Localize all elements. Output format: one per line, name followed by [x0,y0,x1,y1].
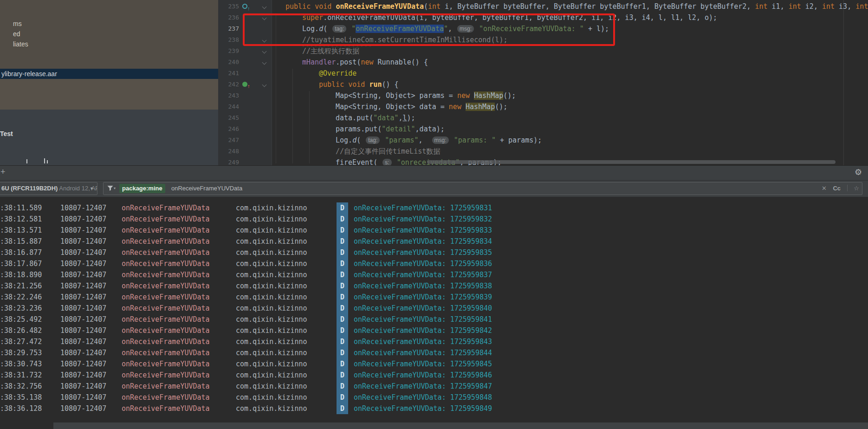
log-pid: 10807-12407 [60,370,122,381]
tree-item[interactable]: ed [13,29,20,39]
log-pkg: com.qixin.kizinno [236,225,337,236]
code-line[interactable]: 246params.put("detail",data); [218,124,868,135]
clear-filter-icon[interactable]: ✕ [822,182,827,195]
log-row[interactable]: :38:21.25610807-12407onReceiveFrameYUVDa… [0,280,868,292]
filter-package-chip[interactable]: package:mine [119,184,165,193]
code-line[interactable]: 241@Override [218,68,868,79]
filter-icon [107,185,113,191]
log-row[interactable]: :38:29.75310807-12407onReceiveFrameYUVDa… [0,347,868,358]
log-pid: 10807-12407 [60,247,122,258]
log-row[interactable]: :38:22.24610807-12407onReceiveFrameYUVDa… [0,292,868,303]
log-pid: 10807-12407 [60,214,122,225]
code-line[interactable]: 247Log.d( tag: "params", msg: "params: "… [218,135,868,146]
logcat-bottom-scrollbar-thumb[interactable] [53,422,868,429]
log-row[interactable]: :38:36.12810807-12407onReceiveFrameYUVDa… [0,403,868,414]
line-number[interactable]: 247 [218,135,239,146]
code-text: public void onReceiveFrameYUVData(int i,… [285,1,868,12]
scroll-tick [26,159,27,163]
code-line[interactable]: 242public void run() { [218,79,868,90]
log-time: :38:35.138 [0,392,60,403]
log-row[interactable]: :38:27.47210807-12407onReceiveFrameYUVDa… [0,336,868,347]
line-number[interactable]: 244 [218,101,239,112]
log-time: :38:17.867 [0,258,60,269]
log-time: :38:32.756 [0,381,60,392]
log-gap [348,247,354,258]
log-msg: onReceiveFrameYUVData: 1725959838 [354,280,868,292]
line-number[interactable]: 237 [218,23,239,34]
code-line[interactable]: 243Map<String, Object> params = new Hash… [218,90,868,101]
line-number[interactable]: 235 [218,1,239,12]
line-number[interactable]: 236 [218,12,239,23]
log-row[interactable]: :38:11.58910807-12407onReceiveFrameYUVDa… [0,202,868,214]
log-row[interactable]: :38:18.89010807-12407onReceiveFrameYUVDa… [0,269,868,280]
log-row[interactable]: :38:32.75610807-12407onReceiveFrameYUVDa… [0,381,868,392]
log-row[interactable]: :38:16.87710807-12407onReceiveFrameYUVDa… [0,247,868,258]
fold-marker-icon[interactable] [262,5,267,9]
fold-marker-icon[interactable] [262,49,267,54]
tree-item-selected[interactable]: ylibrary-release.aar [0,69,218,79]
log-msg: onReceiveFrameYUVData: 1725959841 [354,314,868,325]
log-time: :38:25.492 [0,314,60,325]
code-line[interactable]: 245data.put("data",l); [218,112,868,124]
log-level: D [337,214,348,225]
horizontal-scrollbar[interactable] [427,160,836,164]
overriding-method-icon[interactable] [242,4,247,9]
code-text: //自定义事件回传timeList数据 [336,146,440,157]
line-number[interactable]: 241 [218,68,239,79]
log-row[interactable]: :38:31.73210807-12407onReceiveFrameYUVDa… [0,370,868,381]
match-case-toggle[interactable]: Cc [833,182,841,195]
log-row[interactable]: :38:12.58110807-12407onReceiveFrameYUVDa… [0,214,868,225]
log-pkg: com.qixin.kizinno [236,303,337,314]
tree-item[interactable]: liates [13,39,28,49]
tree-item[interactable]: ms [13,19,22,29]
log-msg: onReceiveFrameYUVData: 1725959846 [354,370,868,381]
favorite-filter-icon[interactable]: ☆ [854,182,859,195]
log-time: :38:16.877 [0,247,60,258]
log-level: D [337,325,348,336]
log-row[interactable]: :38:25.49210807-12407onReceiveFrameYUVDa… [0,314,868,325]
log-level: D [337,381,348,392]
device-selector[interactable]: 6U (RFCR119B2DH) Android 12, API 31 ▼ [0,182,97,195]
log-row[interactable]: :38:23.23610807-12407onReceiveFrameYUVDa… [0,303,868,314]
fold-marker-icon[interactable] [262,60,267,65]
log-row[interactable]: :38:15.88710807-12407onReceiveFrameYUVDa… [0,236,868,247]
overriding-method-icon[interactable] [242,82,247,87]
code-line[interactable]: 239//主线程执行数据 [218,46,868,57]
log-time: :38:23.236 [0,303,60,314]
log-time: :38:12.581 [0,214,60,225]
log-msg: onReceiveFrameYUVData: 1725959840 [354,303,868,314]
log-row[interactable]: :38:13.57110807-12407onReceiveFrameYUVDa… [0,225,868,236]
code-line[interactable]: 240mHandler.post(new Runnable() { [218,57,868,68]
new-tab-plus-icon[interactable]: + [0,168,6,176]
gear-icon[interactable]: ⚙ [855,168,862,177]
log-gap [348,202,354,214]
logcat-output-area[interactable]: :38:11.58910807-12407onReceiveFrameYUVDa… [0,197,868,422]
code-line[interactable]: 244Map<String, Object> data = new HashMa… [218,101,868,112]
code-line[interactable]: 235public void onReceiveFrameYUVData(int… [218,1,868,12]
log-pid: 10807-12407 [60,381,122,392]
fold-marker-icon[interactable] [262,83,267,87]
log-time: :38:29.753 [0,347,60,358]
logcat-filter-input[interactable]: ▾ package:mine onReceiveFrameYUVData ✕ C… [103,182,862,195]
annotation-rectangle [243,13,615,46]
log-row[interactable]: :38:35.13810807-12407onReceiveFrameYUVDa… [0,392,868,403]
line-number[interactable]: 248 [218,146,239,157]
log-msg: onReceiveFrameYUVData: 1725959845 [354,358,868,370]
line-number[interactable]: 245 [218,112,239,124]
line-number[interactable]: 239 [218,46,239,57]
line-number[interactable]: 242 [218,79,239,90]
code-line[interactable]: 248//自定义事件回传timeList数据 [218,146,868,157]
log-time: :38:11.589 [0,202,60,214]
line-number[interactable]: 246 [218,124,239,135]
divider [847,185,848,191]
line-number[interactable]: 238 [218,34,239,46]
log-time: :38:13.571 [0,225,60,236]
log-row[interactable]: :38:30.74310807-12407onReceiveFrameYUVDa… [0,358,868,370]
log-row[interactable]: :38:17.86710807-12407onReceiveFrameYUVDa… [0,258,868,269]
line-number[interactable]: 249 [218,157,239,165]
line-number[interactable]: 240 [218,57,239,68]
line-number[interactable]: 243 [218,90,239,101]
log-row[interactable]: :38:26.48210807-12407onReceiveFrameYUVDa… [0,325,868,336]
code-text: params.put("detail",data); [336,124,445,135]
tree-section-label[interactable]: Test [0,130,13,137]
